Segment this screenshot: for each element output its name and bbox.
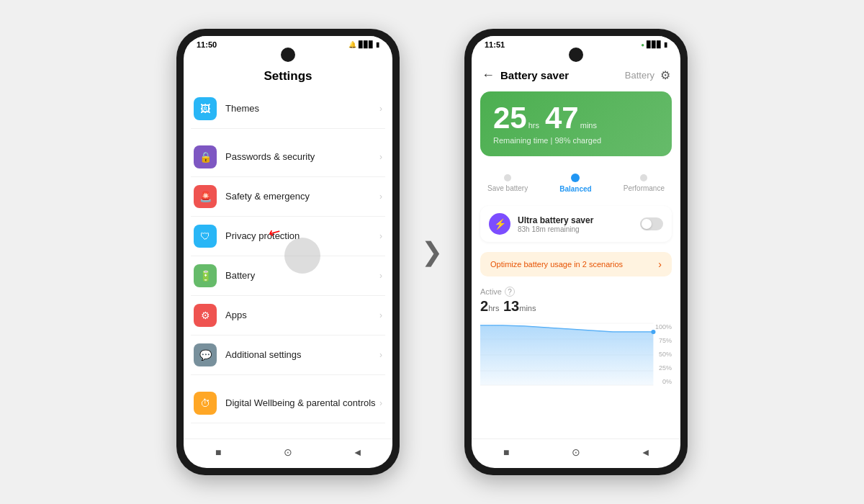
mode-balanced[interactable]: Balanced [559, 174, 591, 193]
safety-label: Safety & emergency [225, 191, 379, 203]
svg-marker-5 [480, 325, 653, 385]
mode-performance[interactable]: Performance [624, 174, 665, 192]
passwords-icon: 🔒 [194, 145, 217, 168]
chart-50: 50% [659, 351, 672, 358]
chart-100: 100% [655, 323, 672, 330]
battery-hours: 25 [493, 103, 527, 133]
mode-save-label: Save battery [487, 184, 528, 192]
settings-item-miaccount[interactable]: M Mi Account Theo › [191, 432, 385, 438]
next-arrow: ❯ [421, 237, 443, 267]
back-button[interactable]: ← [482, 68, 495, 83]
active-mins: 13 [503, 298, 519, 314]
screen-content-2: ← Battery saver Battery ⚙ 25 hrs 47 mins… [472, 62, 680, 468]
settings-item-apps[interactable]: ⚙ Apps › [191, 296, 385, 336]
notch-2 [569, 48, 583, 62]
settings-item-passwords[interactable]: 🔒 Passwords & security › [191, 138, 385, 177]
active-time: 2hrs 13mins [480, 298, 672, 315]
apps-icon: ⚙ [194, 304, 217, 327]
mode-performance-label: Performance [624, 184, 665, 192]
additional-chevron: › [379, 350, 382, 360]
mode-dot-save [504, 174, 511, 181]
ultra-saver: ⚡ Ultra battery saver 83h 18m remaining [480, 206, 672, 242]
optimize-text: Optimize battery usage in 2 scenarios [490, 260, 623, 269]
nav-square-1[interactable]: ■ [211, 445, 225, 459]
settings-list[interactable]: 🖼 Themes › 🔒 Passwords & security › [184, 89, 392, 438]
privacy-label: Privacy protection [225, 230, 379, 243]
arrow-container: ❯ [421, 237, 443, 267]
apps-chevron: › [379, 310, 382, 320]
ultra-icon: ⚡ [489, 213, 510, 235]
additional-icon: 💬 [194, 343, 217, 366]
gear-icon[interactable]: ⚙ [660, 68, 670, 82]
battery-chevron: › [379, 271, 382, 281]
mode-save[interactable]: Save battery [487, 174, 528, 192]
battery-menu-icon: 🔋 [194, 264, 217, 287]
active-section: Active ? 2hrs 13mins [480, 287, 672, 315]
passwords-label: Passwords & security [225, 151, 379, 163]
bottom-nav-1: ■ ⊙ ◄ [184, 438, 392, 468]
settings-item-digital[interactable]: ⏱ Digital Wellbeing & parental controls … [191, 384, 385, 423]
notch-1 [281, 48, 295, 62]
digital-chevron: › [379, 398, 382, 408]
nav-back-2[interactable]: ◄ [639, 445, 653, 459]
settings-item-battery[interactable]: 🔋 Battery › [191, 256, 385, 296]
ultra-toggle[interactable] [640, 217, 663, 230]
bottom-nav-2: ■ ⊙ ◄ [472, 438, 680, 468]
chart-container: 100% 75% 50% 25% 0% [480, 322, 672, 438]
settings-item-safety[interactable]: 🚨 Safety & emergency › [191, 177, 385, 217]
battery-card: 25 hrs 47 mins Remaining time | 98% char… [480, 91, 672, 156]
scene: 11:50 🔔 ▊▊▊ ▮ Settings 🖼 [176, 29, 688, 475]
notch-area-2 [472, 48, 680, 62]
divider-1 [191, 129, 385, 138]
info-icon: ? [505, 287, 515, 297]
safety-icon: 🚨 [194, 185, 217, 208]
settings-item-themes[interactable]: 🖼 Themes › [191, 89, 385, 129]
optimize-arrow: › [658, 258, 662, 270]
settings-title: Settings [184, 62, 392, 89]
nav-square-2[interactable]: ■ [499, 445, 513, 459]
additional-label: Additional settings [225, 349, 379, 361]
active-label: Active ? [480, 287, 672, 297]
divider-3 [191, 423, 385, 432]
battery-chart [480, 322, 672, 387]
active-hrs-label: hrs [488, 304, 499, 312]
phone-settings: 11:50 🔔 ▊▊▊ ▮ Settings 🖼 [176, 29, 400, 475]
chart-0: 0% [662, 378, 672, 385]
notch-area-1 [184, 48, 392, 62]
digital-icon: ⏱ [194, 392, 217, 415]
mode-dot-performance [640, 174, 647, 181]
mode-balanced-label: Balanced [559, 185, 591, 193]
nav-home-2[interactable]: ⊙ [569, 445, 583, 459]
mode-dot-balanced [571, 174, 580, 182]
privacy-icon: 🛡 [194, 225, 217, 248]
optimize-banner[interactable]: Optimize battery usage in 2 scenarios › [480, 252, 672, 276]
safety-chevron: › [379, 192, 382, 202]
settings-item-privacy[interactable]: 🛡 Privacy protection › [191, 217, 385, 256]
active-mins-label: mins [519, 304, 536, 312]
nav-back-1[interactable]: ◄ [351, 445, 365, 459]
screen-content-1: Settings 🖼 Themes › 🔒 [184, 62, 392, 468]
chart-75: 75% [659, 337, 672, 344]
battery-tab[interactable]: Battery [625, 70, 654, 81]
apps-label: Apps [225, 310, 379, 322]
battery-subtitle: Remaining time | 98% charged [493, 136, 659, 145]
battery-mins: 47 [545, 103, 579, 133]
themes-label: Themes [225, 103, 379, 115]
active-hours: 2 [480, 298, 488, 314]
themes-chevron: › [379, 104, 382, 114]
chart-25: 25% [659, 364, 672, 372]
digital-label: Digital Wellbeing & parental controls [225, 397, 379, 410]
hrs-label: hrs [528, 121, 539, 130]
ultra-text: Ultra battery saver 83h 18m remaining [518, 215, 640, 233]
mode-selector: Save battery Balanced Performance [480, 168, 672, 199]
nav-home-1[interactable]: ⊙ [281, 445, 295, 459]
battery-label: Battery [225, 270, 379, 282]
battery-header: ← Battery saver Battery ⚙ [472, 62, 680, 87]
divider-2 [191, 375, 385, 384]
mins-label: mins [580, 121, 597, 130]
ultra-title: Ultra battery saver [518, 215, 640, 225]
themes-icon: 🖼 [194, 97, 217, 120]
settings-item-additional[interactable]: 💬 Additional settings › [191, 336, 385, 375]
ultra-sub: 83h 18m remaining [518, 225, 640, 233]
passwords-chevron: › [379, 152, 382, 162]
